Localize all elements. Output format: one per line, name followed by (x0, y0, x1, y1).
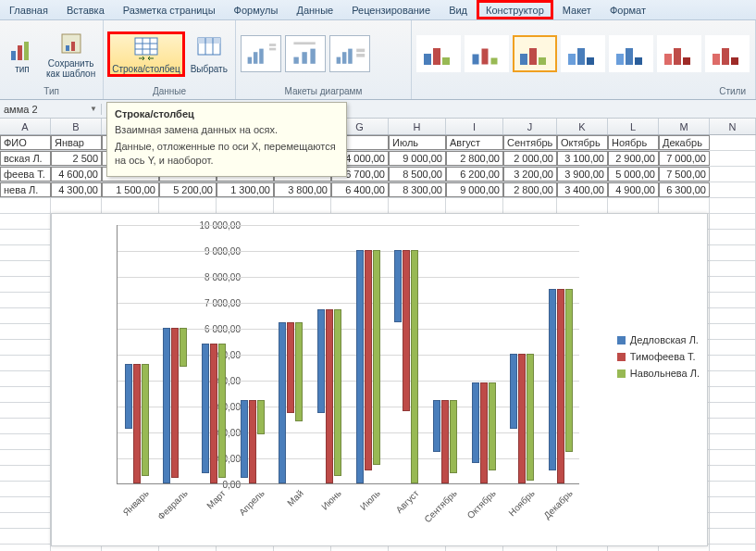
cell[interactable]: 3 900,00 (557, 167, 608, 182)
cell[interactable]: 9 000,00 (446, 182, 503, 197)
cell[interactable]: нева Л. (0, 182, 51, 197)
cell[interactable] (0, 513, 51, 528)
cell[interactable]: 9 000,00 (389, 151, 446, 166)
cell[interactable] (710, 182, 756, 197)
cell[interactable]: ФИО (0, 135, 51, 150)
cell[interactable] (102, 198, 159, 213)
chart-style-2[interactable] (465, 35, 509, 72)
cell[interactable]: 2 900,00 (608, 151, 659, 166)
cell[interactable] (710, 545, 756, 551)
cell[interactable] (0, 308, 51, 323)
col-header[interactable]: K (557, 119, 608, 134)
cell[interactable]: 7 000,00 (659, 151, 710, 166)
cell[interactable]: 6 200,00 (446, 167, 503, 182)
save-as-template-button[interactable]: Сохранить как шаблон (43, 27, 99, 81)
chart-layout-1[interactable] (241, 35, 281, 72)
chart-style-4[interactable] (561, 35, 605, 72)
cell[interactable]: 8 500,00 (389, 167, 446, 182)
cell[interactable]: 2 500 (51, 151, 102, 166)
cell[interactable] (0, 387, 51, 402)
cell[interactable] (710, 230, 756, 244)
cell[interactable] (710, 513, 756, 528)
cell[interactable] (0, 340, 51, 355)
name-box[interactable]: амма 2 ▼ (0, 104, 102, 115)
cell[interactable]: 5 000,00 (608, 167, 659, 182)
cell[interactable]: 4 600,00 (51, 167, 102, 182)
cell[interactable]: 4 900,00 (608, 182, 659, 197)
cell[interactable] (0, 293, 51, 307)
cell[interactable]: Сентябрь (503, 135, 557, 150)
switch-row-column-button[interactable]: Строка/столбец (107, 31, 184, 77)
cell[interactable] (0, 214, 51, 229)
cell[interactable]: 1 300,00 (217, 182, 274, 197)
chart-style-1[interactable] (416, 35, 461, 72)
col-header[interactable]: N (710, 119, 756, 134)
cell[interactable]: Декабрь (659, 135, 710, 150)
cell[interactable]: Июль (389, 135, 446, 150)
tab-formulas[interactable]: Формулы (225, 0, 288, 19)
cell[interactable] (710, 214, 756, 229)
cell[interactable] (0, 545, 51, 551)
chart-layout-3[interactable] (329, 35, 370, 72)
chart-style-6[interactable] (657, 35, 701, 72)
cell[interactable] (659, 198, 710, 213)
cell[interactable] (710, 529, 756, 544)
cell[interactable] (446, 198, 503, 213)
cell[interactable] (0, 497, 51, 512)
cell[interactable] (0, 450, 51, 465)
cell[interactable]: 3 800,00 (274, 182, 331, 197)
tab-home[interactable]: Главная (0, 0, 57, 19)
cell[interactable] (0, 324, 51, 339)
cell[interactable]: 8 300,00 (389, 182, 446, 197)
cell[interactable] (710, 198, 756, 213)
cell[interactable] (710, 293, 756, 307)
spreadsheet[interactable]: A B C D E F G H I J K L M N ФИО Январ Ию… (0, 119, 756, 551)
cell[interactable]: 4 300,00 (51, 182, 102, 197)
col-header[interactable]: L (608, 119, 659, 134)
cell[interactable] (274, 198, 331, 213)
cell[interactable]: 3 200,00 (503, 167, 557, 182)
cell[interactable] (710, 340, 756, 355)
cell[interactable]: 5 200,00 (159, 182, 217, 197)
cell[interactable] (0, 434, 51, 449)
cell[interactable] (710, 482, 756, 496)
cell[interactable] (710, 308, 756, 323)
cell[interactable]: Ноябрь (608, 135, 659, 150)
cell[interactable] (710, 261, 756, 276)
cell[interactable] (710, 450, 756, 465)
col-header[interactable]: J (503, 119, 557, 134)
cell[interactable] (710, 434, 756, 449)
cell[interactable] (710, 277, 756, 292)
cell[interactable]: Август (446, 135, 503, 150)
cell[interactable]: 3 100,00 (557, 151, 608, 166)
cell[interactable] (710, 135, 756, 150)
cell[interactable] (710, 387, 756, 402)
col-header[interactable]: H (389, 119, 446, 134)
col-header[interactable]: B (51, 119, 102, 134)
cell[interactable] (0, 356, 51, 370)
cell[interactable]: Октябрь (557, 135, 608, 150)
cell[interactable] (503, 198, 557, 213)
cell[interactable] (557, 198, 608, 213)
cell[interactable]: 7 500,00 (659, 167, 710, 182)
cell[interactable]: 6 400,00 (331, 182, 389, 197)
cell[interactable] (0, 198, 51, 213)
cell[interactable] (389, 198, 446, 213)
cell[interactable] (0, 230, 51, 244)
change-chart-type-button[interactable]: тип (4, 32, 41, 76)
cell[interactable] (331, 198, 389, 213)
cell[interactable] (0, 277, 51, 292)
cell[interactable]: 3 400,00 (557, 182, 608, 197)
tab-review[interactable]: Рецензирование (342, 0, 440, 19)
cell[interactable] (0, 245, 51, 260)
cell[interactable] (0, 371, 51, 386)
cell[interactable] (217, 198, 274, 213)
cell[interactable] (710, 151, 756, 166)
col-header[interactable]: M (659, 119, 710, 134)
dropdown-icon[interactable]: ▼ (90, 105, 97, 113)
cell[interactable] (710, 356, 756, 370)
cell[interactable] (0, 482, 51, 496)
tab-data[interactable]: Данные (287, 0, 342, 19)
cell[interactable] (710, 497, 756, 512)
cell[interactable] (710, 419, 756, 433)
